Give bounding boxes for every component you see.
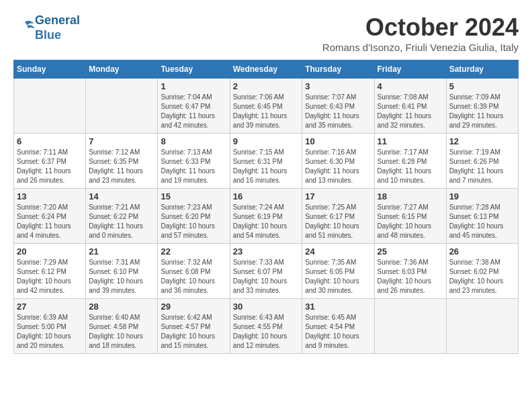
calendar-cell	[446, 299, 518, 354]
day-number: 25	[378, 246, 443, 257]
page-header: General Blue October 2024 Romans d'Isonz…	[13, 13, 519, 53]
day-info: Sunrise: 7:07 AM Sunset: 6:43 PM Dayligh…	[305, 93, 371, 130]
day-number: 27	[17, 302, 83, 312]
day-number: 16	[233, 191, 300, 201]
day-number: 9	[233, 136, 300, 146]
calendar-cell: 9Sunrise: 7:15 AM Sunset: 6:31 PM Daylig…	[230, 134, 302, 189]
day-number: 17	[305, 191, 371, 201]
calendar-cell: 28Sunrise: 6:40 AM Sunset: 4:58 PM Dayli…	[86, 299, 158, 354]
day-number: 26	[449, 246, 515, 257]
day-info: Sunrise: 6:45 AM Sunset: 4:54 PM Dayligh…	[305, 313, 371, 351]
calendar-cell: 1Sunrise: 7:04 AM Sunset: 6:47 PM Daylig…	[158, 79, 230, 134]
day-info: Sunrise: 7:32 AM Sunset: 6:08 PM Dayligh…	[161, 258, 226, 295]
column-header-friday: Friday	[374, 60, 446, 79]
day-info: Sunrise: 7:38 AM Sunset: 6:02 PM Dayligh…	[449, 258, 515, 295]
day-number: 8	[161, 136, 226, 146]
calendar-cell: 3Sunrise: 7:07 AM Sunset: 6:43 PM Daylig…	[302, 79, 374, 134]
day-number: 21	[89, 246, 154, 257]
calendar-cell: 26Sunrise: 7:38 AM Sunset: 6:02 PM Dayli…	[446, 244, 518, 299]
calendar-cell: 17Sunrise: 7:25 AM Sunset: 6:17 PM Dayli…	[302, 189, 374, 244]
day-info: Sunrise: 7:12 AM Sunset: 6:35 PM Dayligh…	[89, 148, 154, 185]
day-info: Sunrise: 7:27 AM Sunset: 6:15 PM Dayligh…	[378, 203, 443, 240]
day-number: 12	[449, 136, 515, 146]
calendar-cell: 19Sunrise: 7:28 AM Sunset: 6:13 PM Dayli…	[446, 189, 518, 244]
day-number: 5	[449, 81, 515, 91]
month-title: October 2024	[322, 13, 519, 42]
logo: General Blue	[13, 13, 80, 42]
day-number: 7	[89, 136, 154, 146]
day-number: 20	[17, 246, 83, 257]
column-header-monday: Monday	[86, 60, 158, 79]
calendar-cell: 13Sunrise: 7:20 AM Sunset: 6:24 PM Dayli…	[14, 189, 86, 244]
logo-bird-icon	[15, 19, 35, 35]
day-info: Sunrise: 7:15 AM Sunset: 6:31 PM Dayligh…	[233, 148, 300, 185]
calendar-cell: 23Sunrise: 7:33 AM Sunset: 6:07 PM Dayli…	[230, 244, 302, 299]
calendar-cell: 6Sunrise: 7:11 AM Sunset: 6:37 PM Daylig…	[14, 134, 86, 189]
calendar-cell: 8Sunrise: 7:13 AM Sunset: 6:33 PM Daylig…	[158, 134, 230, 189]
day-number: 24	[305, 246, 371, 257]
day-number: 23	[233, 246, 300, 257]
calendar-cell: 16Sunrise: 7:24 AM Sunset: 6:19 PM Dayli…	[230, 189, 302, 244]
calendar-week-2: 6Sunrise: 7:11 AM Sunset: 6:37 PM Daylig…	[14, 134, 519, 189]
day-info: Sunrise: 7:23 AM Sunset: 6:20 PM Dayligh…	[161, 203, 226, 240]
calendar-week-5: 27Sunrise: 6:39 AM Sunset: 5:00 PM Dayli…	[14, 299, 519, 354]
calendar-cell: 22Sunrise: 7:32 AM Sunset: 6:08 PM Dayli…	[158, 244, 230, 299]
calendar-cell: 15Sunrise: 7:23 AM Sunset: 6:20 PM Dayli…	[158, 189, 230, 244]
day-number: 4	[378, 81, 443, 91]
title-block: October 2024 Romans d'Isonzo, Friuli Ven…	[322, 13, 519, 53]
day-info: Sunrise: 7:09 AM Sunset: 6:39 PM Dayligh…	[449, 93, 515, 130]
day-info: Sunrise: 7:31 AM Sunset: 6:10 PM Dayligh…	[89, 258, 154, 295]
calendar-week-3: 13Sunrise: 7:20 AM Sunset: 6:24 PM Dayli…	[14, 189, 519, 244]
day-number: 11	[378, 136, 443, 146]
day-number: 15	[161, 191, 226, 201]
day-info: Sunrise: 7:04 AM Sunset: 6:47 PM Dayligh…	[161, 93, 226, 130]
calendar-cell: 18Sunrise: 7:27 AM Sunset: 6:15 PM Dayli…	[374, 189, 446, 244]
calendar-header-row: SundayMondayTuesdayWednesdayThursdayFrid…	[14, 60, 519, 79]
column-header-saturday: Saturday	[446, 60, 518, 79]
day-number: 6	[17, 136, 83, 146]
day-number: 30	[233, 302, 300, 312]
calendar-week-4: 20Sunrise: 7:29 AM Sunset: 6:12 PM Dayli…	[14, 244, 519, 299]
day-info: Sunrise: 6:42 AM Sunset: 4:57 PM Dayligh…	[161, 313, 226, 351]
calendar-cell: 4Sunrise: 7:08 AM Sunset: 6:41 PM Daylig…	[374, 79, 446, 134]
day-number: 2	[233, 81, 300, 91]
day-number: 28	[89, 302, 154, 312]
day-number: 29	[161, 302, 226, 312]
logo-text: General Blue	[35, 13, 80, 42]
calendar-cell	[86, 79, 158, 134]
column-header-tuesday: Tuesday	[158, 60, 230, 79]
calendar-week-1: 1Sunrise: 7:04 AM Sunset: 6:47 PM Daylig…	[14, 79, 519, 134]
day-info: Sunrise: 7:21 AM Sunset: 6:22 PM Dayligh…	[89, 203, 154, 240]
calendar-cell: 31Sunrise: 6:45 AM Sunset: 4:54 PM Dayli…	[302, 299, 374, 354]
day-number: 14	[89, 191, 154, 201]
day-info: Sunrise: 7:08 AM Sunset: 6:41 PM Dayligh…	[378, 93, 443, 130]
day-info: Sunrise: 6:43 AM Sunset: 4:55 PM Dayligh…	[233, 313, 300, 351]
calendar-cell: 11Sunrise: 7:17 AM Sunset: 6:28 PM Dayli…	[374, 134, 446, 189]
day-info: Sunrise: 7:35 AM Sunset: 6:05 PM Dayligh…	[305, 258, 371, 295]
day-info: Sunrise: 6:39 AM Sunset: 5:00 PM Dayligh…	[17, 313, 83, 351]
day-number: 31	[305, 302, 371, 312]
calendar-cell: 2Sunrise: 7:06 AM Sunset: 6:45 PM Daylig…	[230, 79, 302, 134]
day-info: Sunrise: 7:28 AM Sunset: 6:13 PM Dayligh…	[449, 203, 515, 240]
calendar-cell: 27Sunrise: 6:39 AM Sunset: 5:00 PM Dayli…	[14, 299, 86, 354]
calendar-cell: 10Sunrise: 7:16 AM Sunset: 6:30 PM Dayli…	[302, 134, 374, 189]
day-info: Sunrise: 7:11 AM Sunset: 6:37 PM Dayligh…	[17, 148, 83, 185]
day-info: Sunrise: 7:19 AM Sunset: 6:26 PM Dayligh…	[449, 148, 515, 185]
day-info: Sunrise: 7:36 AM Sunset: 6:03 PM Dayligh…	[378, 258, 443, 295]
calendar-cell: 7Sunrise: 7:12 AM Sunset: 6:35 PM Daylig…	[86, 134, 158, 189]
calendar-cell: 24Sunrise: 7:35 AM Sunset: 6:05 PM Dayli…	[302, 244, 374, 299]
day-info: Sunrise: 7:25 AM Sunset: 6:17 PM Dayligh…	[305, 203, 371, 240]
day-number: 18	[378, 191, 443, 201]
calendar-cell: 30Sunrise: 6:43 AM Sunset: 4:55 PM Dayli…	[230, 299, 302, 354]
day-number: 13	[17, 191, 83, 201]
calendar-cell: 20Sunrise: 7:29 AM Sunset: 6:12 PM Dayli…	[14, 244, 86, 299]
calendar-cell: 14Sunrise: 7:21 AM Sunset: 6:22 PM Dayli…	[86, 189, 158, 244]
day-number: 10	[305, 136, 371, 146]
calendar-cell: 25Sunrise: 7:36 AM Sunset: 6:03 PM Dayli…	[374, 244, 446, 299]
day-info: Sunrise: 7:24 AM Sunset: 6:19 PM Dayligh…	[233, 203, 300, 240]
calendar-cell	[14, 79, 86, 134]
day-info: Sunrise: 7:17 AM Sunset: 6:28 PM Dayligh…	[378, 148, 443, 185]
calendar-table: SundayMondayTuesdayWednesdayThursdayFrid…	[13, 60, 519, 354]
day-number: 22	[161, 246, 226, 257]
calendar-body: 1Sunrise: 7:04 AM Sunset: 6:47 PM Daylig…	[14, 79, 519, 354]
